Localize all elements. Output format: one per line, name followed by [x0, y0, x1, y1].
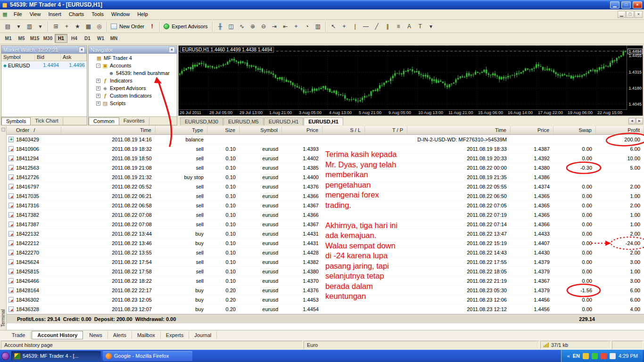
new-chart-icon[interactable]: ▤ [2, 21, 13, 32]
nav-item-mf-trader-4[interactable]: ▦MF Trader 4 [89, 54, 177, 62]
history-column-time[interactable]: Time [407, 126, 511, 134]
market-watch-close-icon[interactable]: × [79, 47, 85, 53]
tree-expander-icon[interactable]: + [96, 94, 100, 98]
navigator-close-icon[interactable]: × [169, 47, 175, 53]
tree-expander-icon[interactable]: + [96, 101, 100, 106]
history-row[interactable]: 184173162011.08.22 06:58sell0.10eurusd1.… [7, 201, 644, 210]
tree-expander-icon[interactable]: + [96, 79, 100, 83]
taskbar-clock[interactable]: 4:29 PM [619, 353, 638, 359]
timeframe-w1[interactable]: W1 [94, 34, 107, 43]
history-row[interactable]: 184222702011.08.22 13:55sell0.10eurusd1.… [7, 248, 644, 257]
language-indicator[interactable]: EN [573, 353, 580, 359]
chart-tab-2-eurusd-h1[interactable]: EURUSD,H1 [264, 117, 304, 125]
bar-chart-icon[interactable]: ╫ [215, 21, 226, 32]
navigator-tab-common[interactable]: Common [89, 117, 119, 125]
chart-tab-0-eurusd-m30[interactable]: EURUSD,M30 [180, 117, 223, 125]
market-watch-tab-symbols[interactable]: Symbols [1, 117, 31, 125]
fibonacci-icon[interactable]: ≡ [393, 21, 404, 32]
text-label-icon[interactable]: T [415, 21, 426, 32]
menu-view[interactable]: View [26, 10, 45, 19]
history-row[interactable]: 184221322011.08.22 13:44buy0.10eurusd1.4… [7, 229, 644, 239]
new-chart-dropdown-icon[interactable]: ▾ [13, 21, 24, 32]
price-chart[interactable]: EURUSD,H1 1.4460 1.4499 1.4438 1.4494 1.… [178, 45, 643, 116]
channel-icon[interactable]: ∥ [382, 21, 393, 32]
menu-charts[interactable]: Charts [65, 10, 88, 19]
nav-item-expert-advisors[interactable]: +◈Expert Advisors [89, 84, 177, 92]
history-column-size[interactable]: Size [207, 126, 239, 134]
task-button-0[interactable]: 54539: MF Trader 4 - [... [11, 351, 101, 361]
chart-tab-1-eurusd-m5[interactable]: EURUSD,M5 [223, 117, 264, 125]
tray-signal-icon[interactable] [583, 353, 589, 359]
add-indicator-icon[interactable]: + [291, 21, 302, 32]
timeframe-m5[interactable]: M5 [15, 34, 28, 43]
auto-scroll-icon[interactable]: ⇥ [269, 21, 280, 32]
history-row[interactable]: 184363022011.08.23 12:05buy0.20eurusd1.4… [7, 295, 644, 304]
timeframe-h4[interactable]: H4 [68, 34, 81, 43]
menu-help[interactable]: Help [133, 10, 152, 19]
history-row[interactable]: 184109062011.08.19 18:32sell0.10eurusd1.… [7, 144, 644, 154]
candlestick-icon[interactable]: ◫ [226, 21, 237, 32]
history-row[interactable]: 184281642011.08.22 22:17buy0.20eurusd1.4… [7, 286, 644, 295]
nav-item-indicators[interactable]: +ƒIndicators [89, 77, 177, 84]
timeframe-m15[interactable]: M15 [28, 34, 41, 43]
history-column-symbol[interactable]: Symbol [239, 126, 282, 134]
terminal-tab-news[interactable]: News [84, 331, 108, 339]
market-watch-tab-tick-chart[interactable]: Tick Chart [31, 117, 63, 125]
tray-shield-icon[interactable] [592, 353, 598, 359]
chart-price-scale[interactable]: 1.44941.44551.43151.41801.4045 [627, 46, 643, 110]
history-row[interactable]: 184125632011.08.19 21:08sell0.10eurusd1.… [7, 163, 644, 173]
candlestick-chart[interactable] [179, 46, 627, 109]
chart-time-axis[interactable]: 26 Jul 201128 Jul 05:0029 Jul 13:001 Aug… [179, 109, 627, 115]
history-row[interactable]: 184222122011.08.22 13:46buy0.10eurusd1.4… [7, 239, 644, 248]
terminal-icon[interactable]: ▦ [83, 21, 94, 32]
mdi-minimize-button[interactable]: ▁ [618, 11, 626, 18]
history-column-price[interactable]: Price [282, 126, 322, 134]
menu-tools[interactable]: Tools [88, 10, 107, 19]
history-row[interactable]: 184034292011.08.19 14:16balanceD-IN-2-US… [7, 135, 644, 144]
menu-file[interactable]: File [10, 10, 26, 19]
tree-expander-icon[interactable]: - [96, 64, 100, 68]
timeframe-h1[interactable]: H1 [55, 34, 67, 43]
vertical-line-icon[interactable]: | [350, 21, 361, 32]
navigator-header[interactable]: Navigator × [89, 46, 177, 54]
terminal-tab-trade[interactable]: Trade [7, 331, 31, 339]
navigator-icon[interactable]: ★ [72, 21, 83, 32]
history-row[interactable]: 184258152011.08.22 17:58sell0.10eurusd1.… [7, 267, 644, 276]
scroll-right-icon[interactable]: ► [636, 118, 643, 124]
mdi-close-button[interactable]: × [635, 11, 643, 18]
chart-shift-icon[interactable]: ⇤ [280, 21, 291, 32]
messenger-icon[interactable] [1, 352, 9, 360]
market-watch-row[interactable]: ◆EURUSD1.44941.4496 [1, 62, 87, 69]
navigator-tab-favorites[interactable]: Favorites [119, 117, 149, 125]
menu-window[interactable]: Window [107, 10, 133, 19]
minimize-button[interactable]: ▁ [610, 1, 619, 8]
close-button[interactable]: × [633, 1, 642, 8]
arrow-tools-icon[interactable]: ▾ [426, 21, 437, 32]
history-column-order[interactable]: Order / [7, 126, 61, 134]
tray-network-icon[interactable] [610, 353, 616, 359]
terminal-tab-alerts[interactable]: Alerts [108, 331, 132, 339]
text-icon[interactable]: A [404, 21, 415, 32]
history-column-profit[interactable]: Profit [596, 126, 644, 134]
market-watch-column-bid[interactable]: Bid [35, 54, 61, 61]
timeframe-m1[interactable]: M1 [2, 34, 15, 43]
profiles-dropdown-icon[interactable]: ▾ [35, 21, 46, 32]
history-column-s-l[interactable]: S / L [322, 126, 365, 134]
expert-advisors-button[interactable]: Expert Advisors [162, 21, 210, 32]
task-button-1[interactable]: Google - Mozilla Firefox [103, 351, 192, 361]
history-row[interactable]: 184173822011.08.22 07:08sell0.10eurusd1.… [7, 210, 644, 220]
nav-item-54539-hendi-burahmar[interactable]: ☻54539: hendi burahmar [89, 69, 177, 77]
alert-button[interactable]: ! [147, 21, 157, 32]
chart-tab-3-eurusd-h1[interactable]: EURUSD,H1 [304, 117, 343, 125]
history-column-t-p[interactable]: T / P [365, 126, 407, 134]
new-order-button[interactable]: New Order [109, 21, 147, 32]
timeframe-d1[interactable]: D1 [81, 34, 94, 43]
crosshair-icon[interactable]: + [339, 21, 350, 32]
market-watch-column-symbol[interactable]: Symbol [1, 54, 35, 61]
menu-insert[interactable]: Insert [44, 10, 65, 19]
history-row[interactable]: 184264662011.08.22 18:22sell0.10eurusd1.… [7, 276, 644, 286]
history-row[interactable]: 184173872011.08.22 07:08sell0.10eurusd1.… [7, 220, 644, 229]
zoom-in-icon[interactable]: ⊕ [248, 21, 258, 32]
history-row[interactable]: 184127262011.08.19 21:32buy stop0.10euru… [7, 173, 644, 182]
strategy-tester-icon[interactable]: ◎ [94, 21, 105, 32]
